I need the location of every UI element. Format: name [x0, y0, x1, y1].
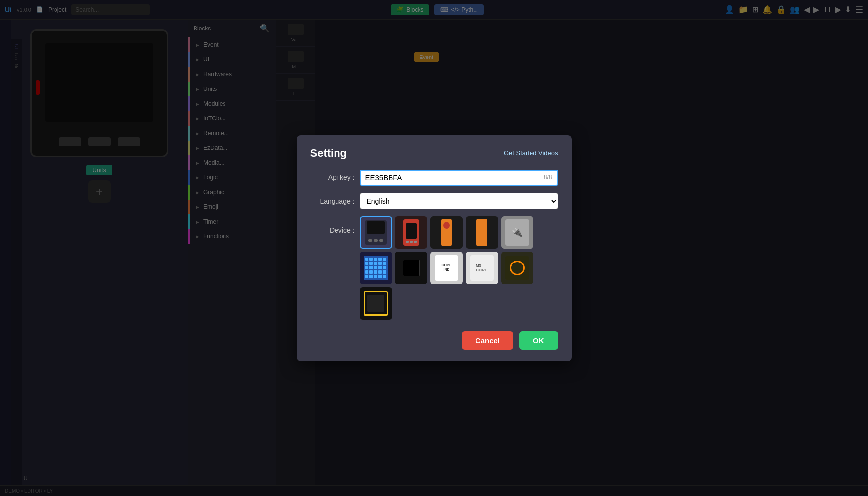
settings-modal: Setting Get Started Videos Api key : 8/8…	[297, 135, 572, 361]
grid-dot-25	[383, 275, 386, 278]
cancel-button[interactable]: Cancel	[462, 331, 513, 350]
device-card-m5-white[interactable]: M5CORE	[466, 252, 498, 284]
device-stickplus-body	[441, 219, 452, 246]
fire-dot-2	[410, 241, 413, 243]
device-grid: 🔌	[360, 216, 558, 320]
device-basic-screen	[367, 221, 385, 234]
device-label: Device :	[310, 216, 355, 234]
modal-footer: Cancel OK	[310, 331, 558, 350]
grid-dot-3	[374, 258, 377, 261]
grid-dot-13	[374, 266, 377, 269]
dev-dot-2	[374, 239, 378, 242]
grid-dot-19	[378, 270, 382, 274]
language-select[interactable]: English Chinese Japanese Korean Spanish …	[360, 193, 558, 209]
m5-white-label: M5CORE	[476, 263, 487, 272]
device-card-cardputer[interactable]	[360, 252, 392, 284]
dev-dot-3	[379, 239, 383, 242]
grid-dot-8	[374, 262, 377, 265]
grid-dot-5	[383, 258, 386, 261]
grid-dot-9	[378, 262, 382, 265]
device-card-fire[interactable]	[395, 216, 427, 249]
grid-dot-10	[383, 262, 386, 265]
device-black-screen	[403, 260, 420, 276]
core-ink-label: CORE INK	[441, 263, 451, 272]
device-black-body	[400, 256, 422, 280]
api-key-input[interactable]	[365, 174, 540, 182]
api-key-row: Api key : 8/8	[310, 170, 558, 186]
grid-dot-6	[365, 262, 369, 265]
grid-dot-20	[383, 270, 386, 274]
grid-dot-22	[369, 275, 373, 278]
api-key-label: Api key :	[310, 174, 355, 181]
device-card-pcb[interactable]	[501, 252, 533, 284]
language-label: Language :	[310, 197, 355, 205]
grid-dot-18	[374, 270, 377, 274]
device-fire-dots	[406, 241, 417, 243]
device-fire-screen	[406, 223, 417, 239]
grid-dot-7	[369, 262, 373, 265]
core-ink-text-1: CORE	[441, 263, 451, 267]
device-stick-body	[476, 219, 487, 246]
fire-dot-3	[414, 241, 417, 243]
grid-dot-4	[378, 258, 382, 261]
modal-header: Setting Get Started Videos	[310, 147, 558, 160]
device-card-yellow[interactable]	[360, 287, 392, 320]
device-gray-body: 🔌	[505, 219, 529, 246]
device-basic-dots	[368, 239, 383, 242]
api-key-input-wrap: 8/8	[360, 170, 558, 186]
get-started-videos-link[interactable]: Get Started Videos	[504, 149, 558, 157]
grid-dot-17	[369, 270, 373, 274]
grid-dot-15	[383, 266, 386, 269]
grid-dot-11	[365, 266, 369, 269]
modal-overlay: Setting Get Started Videos Api key : 8/8…	[0, 0, 868, 496]
device-pcb-circle	[510, 261, 525, 275]
device-yellow-screen	[367, 295, 384, 312]
device-card-core-ink[interactable]: CORE INK	[430, 252, 463, 284]
device-m5white-body: M5CORE	[470, 255, 494, 281]
device-stickplus-btn	[443, 222, 450, 229]
modal-title: Setting	[310, 147, 347, 160]
language-row: Language : English Chinese Japanese Kore…	[310, 193, 558, 209]
device-fire-body	[403, 219, 419, 246]
device-card-black[interactable]	[395, 252, 427, 284]
grid-dot-2	[369, 258, 373, 261]
device-core-ink-body: CORE INK	[435, 255, 458, 281]
device-card-basic[interactable]	[360, 216, 392, 249]
fire-dot-1	[406, 241, 409, 243]
dev-dot-1	[368, 239, 372, 242]
grid-dot-16	[365, 270, 369, 274]
device-basic-body	[365, 220, 387, 245]
grid-dot-21	[365, 275, 369, 278]
grid-dot-1	[365, 258, 369, 261]
device-cardputer-grid	[364, 256, 388, 280]
device-section: Device :	[310, 216, 558, 320]
grid-dot-12	[369, 266, 373, 269]
grid-dot-24	[378, 275, 382, 278]
device-yellow-body	[364, 291, 388, 316]
device-pcb-body	[505, 256, 529, 280]
api-key-count: 8/8	[544, 174, 552, 181]
grid-dot-23	[374, 275, 377, 278]
device-card-stick-plus[interactable]	[430, 216, 463, 249]
device-card-stick[interactable]	[466, 216, 498, 249]
ok-button[interactable]: OK	[519, 331, 558, 350]
device-card-gray[interactable]: 🔌	[501, 216, 533, 249]
grid-dot-14	[378, 266, 382, 269]
core-ink-text-2: INK	[443, 268, 449, 271]
